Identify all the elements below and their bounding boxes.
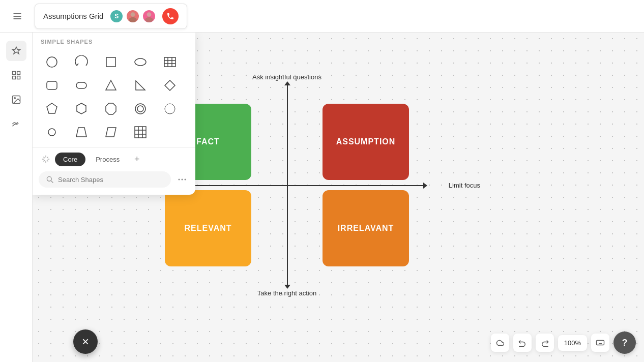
axis-top-label: Ask insightful questions: [252, 73, 321, 81]
svg-rect-15: [106, 57, 115, 67]
relevant-quadrant[interactable]: RELEVANT: [165, 190, 251, 266]
avatar-2: [142, 9, 156, 23]
menu-button[interactable]: [8, 7, 26, 25]
svg-marker-24: [106, 80, 116, 90]
document-title: Assumptions Grid: [43, 12, 103, 20]
svg-point-16: [135, 58, 146, 66]
sketch-tool-button[interactable]: [6, 114, 26, 134]
shape-hexagon[interactable]: [70, 98, 93, 120]
shape-trapezoid[interactable]: [70, 121, 93, 143]
axis-right-label: Limit focus: [449, 182, 480, 189]
redo-button[interactable]: [536, 334, 554, 352]
shapes-tool-button[interactable]: [6, 41, 26, 61]
call-button[interactable]: [162, 8, 179, 24]
sparkle-icon: [39, 152, 53, 166]
shape-right-triangle[interactable]: [129, 74, 152, 97]
add-tab-button[interactable]: +: [130, 152, 144, 166]
search-more-button[interactable]: [175, 172, 189, 187]
shape-circle-small[interactable]: [41, 121, 63, 143]
svg-marker-35: [106, 128, 116, 137]
svg-point-3: [131, 12, 135, 17]
shape-triangle[interactable]: [100, 74, 122, 97]
help-button[interactable]: ?: [613, 331, 636, 354]
svg-point-31: [137, 106, 143, 112]
svg-marker-28: [77, 103, 86, 114]
irrelevant-quadrant[interactable]: IRRELAVANT: [323, 190, 409, 266]
shape-rounded-rect[interactable]: [41, 74, 63, 97]
svg-point-43: [179, 179, 180, 180]
tabs-row: Core Process +: [33, 147, 195, 168]
search-box: [39, 171, 171, 188]
shapes-grid: [33, 49, 195, 145]
svg-rect-36: [135, 127, 146, 138]
svg-point-33: [48, 129, 55, 136]
avatar-group: S: [109, 9, 156, 23]
tab-process[interactable]: Process: [87, 153, 128, 166]
svg-point-30: [135, 104, 145, 114]
svg-rect-10: [17, 76, 20, 79]
canvas-area[interactable]: Ask insightful questions Take the right …: [33, 33, 644, 362]
keyboard-button[interactable]: [591, 334, 609, 352]
shape-parallelogram[interactable]: [100, 121, 122, 143]
svg-point-44: [182, 179, 183, 180]
svg-point-41: [47, 176, 51, 181]
svg-rect-9: [12, 76, 15, 79]
svg-point-13: [47, 57, 57, 67]
assumption-quadrant[interactable]: ASSUMPTION: [323, 104, 409, 180]
tab-core[interactable]: Core: [55, 153, 85, 166]
search-row: [33, 168, 195, 191]
undo-button[interactable]: [513, 334, 532, 352]
svg-marker-29: [106, 103, 116, 114]
svg-rect-46: [597, 341, 604, 345]
svg-line-14: [77, 64, 78, 66]
shape-table-full[interactable]: [159, 51, 181, 73]
svg-point-45: [185, 179, 186, 180]
shape-octagon[interactable]: [100, 98, 122, 120]
shape-grid[interactable]: [129, 121, 152, 143]
shape-ellipse[interactable]: [129, 51, 152, 73]
shape-pentagon[interactable]: [41, 98, 63, 120]
avatar-s: S: [109, 9, 124, 23]
shape-arc[interactable]: [70, 51, 93, 73]
title-box: Assumptions Grid S: [35, 4, 187, 29]
svg-marker-25: [136, 81, 145, 90]
bottom-toolbar: 100% ?: [491, 331, 636, 354]
vertical-axis: [287, 84, 288, 286]
shapes-panel: SIMPLE SHAPES: [33, 33, 195, 195]
svg-rect-17: [164, 57, 175, 67]
main-area: Ask insightful questions Take the right …: [0, 33, 644, 362]
zoom-level: 100%: [558, 335, 587, 351]
svg-point-4: [129, 17, 137, 22]
fab-close-button[interactable]: ×: [73, 329, 98, 354]
shape-square[interactable]: [100, 51, 122, 73]
shape-circle-thin[interactable]: [159, 98, 181, 120]
svg-marker-27: [47, 103, 57, 113]
left-toolbar: [0, 33, 33, 362]
shape-pill[interactable]: [70, 74, 93, 97]
svg-point-6: [145, 17, 153, 22]
svg-rect-8: [17, 72, 20, 75]
avatar-1: [126, 9, 140, 23]
shape-empty: [159, 121, 181, 143]
svg-point-12: [14, 98, 15, 99]
section-label: SIMPLE SHAPES: [33, 33, 195, 49]
svg-rect-23: [76, 82, 86, 88]
svg-marker-34: [76, 128, 86, 137]
svg-point-5: [147, 12, 152, 17]
svg-line-42: [51, 180, 53, 183]
cloud-save-button[interactable]: [491, 334, 509, 352]
svg-marker-26: [165, 80, 175, 90]
svg-point-32: [165, 104, 175, 114]
search-input[interactable]: [58, 176, 164, 184]
shape-diamond[interactable]: [159, 74, 181, 97]
header: Assumptions Grid S: [0, 0, 644, 33]
svg-rect-7: [12, 72, 15, 75]
search-icon: [46, 175, 54, 184]
shape-circle-outline[interactable]: [129, 98, 152, 120]
image-tool-button[interactable]: [6, 89, 26, 110]
axis-bottom-label: Take the right action: [257, 289, 316, 297]
shape-circle[interactable]: [41, 51, 63, 73]
svg-rect-22: [47, 81, 57, 89]
frame-tool-button[interactable]: [6, 65, 26, 85]
